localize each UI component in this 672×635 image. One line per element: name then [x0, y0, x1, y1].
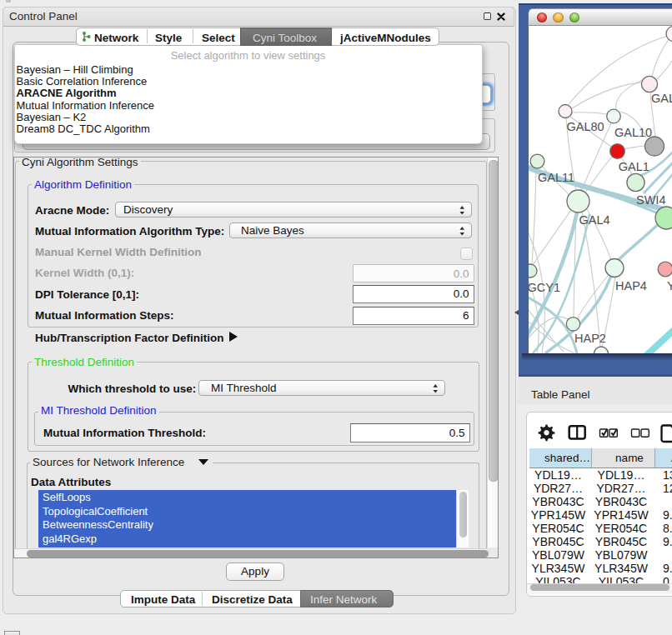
svg-text:GCY1: GCY1 [529, 281, 560, 294]
svg-text:YM: YM [667, 278, 672, 292]
svg-text:GAL80: GAL80 [567, 119, 604, 132]
svg-text:GAL11: GAL11 [538, 171, 574, 184]
svg-text:GAL4: GAL4 [579, 212, 610, 226]
svg-text:HAP2: HAP2 [574, 331, 606, 344]
svg-text:HAP4: HAP4 [615, 278, 647, 292]
svg-text:SWI4: SWI4 [636, 193, 665, 207]
svg-text:GAL2: GAL2 [651, 91, 672, 104]
svg-text:GAL10: GAL10 [614, 125, 652, 138]
svg-text:GAL1: GAL1 [619, 159, 649, 172]
